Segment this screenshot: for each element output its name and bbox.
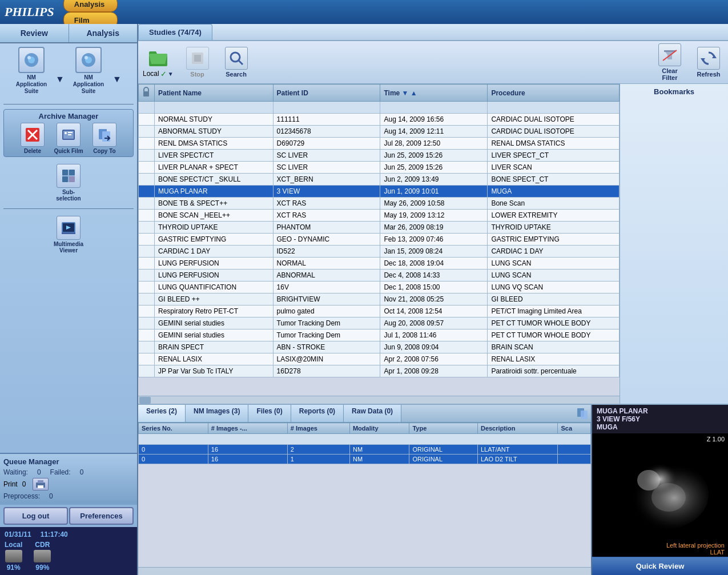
lower-tab-rawdata(0)[interactable]: Raw Data (0) bbox=[344, 405, 401, 422]
series-col-header[interactable]: Type bbox=[409, 423, 477, 434]
lower-tab-series(2)[interactable]: Series (2) bbox=[138, 405, 186, 422]
local-folder-icon bbox=[147, 47, 170, 70]
series-col-header[interactable]: Description bbox=[477, 423, 558, 434]
studies-table: Patient Name Patient ID Time ▼ ▲ Procedu… bbox=[138, 84, 620, 377]
patient-id-header[interactable]: Patient ID bbox=[273, 85, 380, 102]
studies-row[interactable]: ABNORMAL STUDY012345678Aug 14, 2009 12:1… bbox=[139, 126, 620, 138]
studies-row[interactable]: LUNG PERFUSIONABNORMALDec 4, 2008 14:33L… bbox=[139, 270, 620, 282]
sidebar-tab-analysis[interactable]: Analysis bbox=[69, 24, 138, 42]
quick-film-button[interactable]: Quick Film bbox=[53, 123, 85, 154]
multimedia-viewer-icon bbox=[57, 216, 81, 240]
series-table-container[interactable]: Series No.# Images -...# ImagesModalityT… bbox=[138, 423, 591, 567]
study-cell-3: BONE SPECT_CT bbox=[488, 174, 620, 186]
study-cell-0: GEMINI serial studies bbox=[155, 329, 273, 341]
time-header[interactable]: Time ▼ ▲ bbox=[380, 85, 488, 102]
series-row[interactable]: 0161NMORIGINALLAO D2 TILT bbox=[139, 455, 591, 464]
series-col-header[interactable]: # Images bbox=[287, 423, 349, 434]
bookmarks-panel: Bookmarks bbox=[620, 84, 728, 404]
studies-tab[interactable]: Studies (74/74) bbox=[138, 24, 212, 40]
clear-filter-button[interactable]: Clear Filter bbox=[655, 43, 685, 81]
local-folder-item[interactable]: Local ✓ ▼ bbox=[143, 47, 174, 78]
studies-row[interactable]: JP Par Var Sub Tc ITALY16D278Apr 1, 2008… bbox=[139, 365, 620, 377]
series-cell-1: 16 bbox=[208, 455, 287, 464]
studies-row[interactable]: LIVER SPECT/CTSC LIVERJun 25, 2009 15:26… bbox=[139, 150, 620, 162]
refresh-button[interactable]: Refresh bbox=[694, 47, 723, 78]
copy-series-icon[interactable] bbox=[574, 405, 591, 422]
study-cell-2: Oct 14, 2008 12:54 bbox=[380, 305, 488, 317]
series-row[interactable]: 0162NMORIGINALLLAT/ANT bbox=[139, 445, 591, 455]
multimedia-viewer-button[interactable]: Multimedia Viewer bbox=[53, 216, 85, 254]
studies-row[interactable]: GASTRIC EMPTYINGGEO - DYNAMICFeb 13, 200… bbox=[139, 234, 620, 246]
stop-icon bbox=[186, 47, 209, 70]
study-cell-0: NORMAL STUDY bbox=[155, 114, 273, 126]
delete-button[interactable]: Delete bbox=[17, 123, 49, 154]
studies-row[interactable]: GEMINI serial studiesTumor Tracking DemA… bbox=[139, 317, 620, 329]
studies-row[interactable]: RENL DMSA STATICSD690729Jul 28, 2009 12:… bbox=[139, 138, 620, 150]
study-cell-1: ID522 bbox=[273, 246, 380, 258]
preferences-button[interactable]: Preferences bbox=[69, 507, 134, 525]
patient-name-header[interactable]: Patient Name bbox=[155, 85, 273, 102]
dropdown-arrow-area-2[interactable]: ▼ bbox=[111, 47, 123, 95]
quick-review-button[interactable]: Quick Review bbox=[592, 557, 728, 575]
studies-row[interactable]: LIVER PLANAR + SPECTSC LIVERJun 25, 2009… bbox=[139, 162, 620, 174]
search-button[interactable]: Search bbox=[222, 47, 251, 78]
nm-app-suite-1[interactable]: NM Application Suite bbox=[14, 47, 49, 95]
patient-id-filter[interactable] bbox=[277, 103, 377, 111]
lower-tab-nmimages(3)[interactable]: NM Images (3) bbox=[186, 405, 248, 422]
local-dropdown-arrow[interactable]: ▼ bbox=[168, 71, 174, 77]
studies-row[interactable]: MUGA PLANAR3 VIEWJun 1, 2009 10:01MUGA bbox=[139, 186, 620, 198]
studies-row[interactable]: BONE SCAN _HEEL++XCT RASMay 19, 2009 13:… bbox=[139, 210, 620, 222]
studies-table-scroll[interactable]: Patient Name Patient ID Time ▼ ▲ Procedu… bbox=[138, 84, 620, 396]
study-cell-0: BRAIN SPECT bbox=[155, 341, 273, 353]
studies-row[interactable]: BRAIN SPECTABN - STROKEJun 9, 2008 09:04… bbox=[139, 341, 620, 353]
studies-row[interactable]: BONE TB & SPECT++XCT RASMay 26, 2009 10:… bbox=[139, 198, 620, 210]
series-col-header[interactable]: Sca bbox=[558, 423, 591, 434]
lower-tab-files(0)[interactable]: Files (0) bbox=[248, 405, 291, 422]
refresh-icon bbox=[697, 47, 720, 70]
studies-row[interactable]: GI BLEED ++BRIGHTVIEWNov 21, 2008 05:25G… bbox=[139, 293, 620, 305]
series-cell-3: NM bbox=[349, 445, 409, 455]
studies-row[interactable]: NORMAL STUDY111111Aug 14, 2009 16:56CARD… bbox=[139, 114, 620, 126]
lower-tab-reports(0)[interactable]: Reports (0) bbox=[291, 405, 344, 422]
logout-button[interactable]: Log out bbox=[3, 507, 68, 525]
stop-button[interactable]: Stop bbox=[183, 47, 212, 78]
hscroll-thumb[interactable] bbox=[139, 397, 151, 404]
study-cell-3: GASTRIC EMPTYING bbox=[488, 234, 620, 246]
studies-row[interactable]: Respiratory Retro PET-CTpulmo gatedOct 1… bbox=[139, 305, 620, 317]
sidebar-tab-review[interactable]: Review bbox=[0, 24, 69, 42]
series-cell-4: ORIGINAL bbox=[409, 445, 477, 455]
app-suite-icons: NM Application Suite ▼ NM Application Su… bbox=[3, 47, 134, 95]
clear-filter-icon bbox=[658, 43, 681, 66]
nm-app-suite-2[interactable]: NM Application Suite bbox=[71, 47, 106, 95]
procedure-header[interactable]: Procedure bbox=[488, 85, 620, 102]
series-col-header[interactable]: Modality bbox=[349, 423, 409, 434]
series-col-header[interactable]: # Images -... bbox=[208, 423, 287, 434]
studies-hscroll[interactable] bbox=[138, 396, 620, 404]
studies-row[interactable]: BONE SPECT/CT _SKULLXCT_BERNJun 2, 2009 … bbox=[139, 174, 620, 186]
study-cell-1: 16V bbox=[273, 282, 380, 293]
procedure-filter[interactable] bbox=[491, 103, 616, 111]
time-filter[interactable] bbox=[384, 103, 484, 111]
studies-row[interactable]: LUNG PERFUSIONNORMALDec 18, 2008 19:04LU… bbox=[139, 258, 620, 270]
series-hscroll[interactable] bbox=[138, 567, 591, 575]
study-cell-2: May 19, 2009 13:12 bbox=[380, 210, 488, 222]
series-col-header[interactable]: Series No. bbox=[139, 423, 208, 434]
studies-row[interactable]: CARDIAC 1 DAYID522Jan 15, 2009 08:24CARD… bbox=[139, 246, 620, 258]
studies-row[interactable]: GEMINI serial studiesTumor Tracking DemJ… bbox=[139, 329, 620, 341]
nav-tab-analysis[interactable]: Analysis bbox=[63, 0, 118, 12]
copy-to-button[interactable]: Copy To bbox=[89, 123, 120, 154]
studies-row[interactable]: THYROID UPTAKEPHANTOMMar 26, 2009 08:19T… bbox=[139, 222, 620, 234]
search-label: Search bbox=[226, 71, 247, 78]
svg-rect-21 bbox=[69, 176, 75, 182]
studies-row[interactable]: LUNG QUANTIFICATION16VDec 1, 2008 15:00L… bbox=[139, 282, 620, 293]
patient-name-filter[interactable] bbox=[158, 103, 270, 111]
studies-row[interactable]: RENAL LASIXLASIX@20MINApr 2, 2008 07:56R… bbox=[139, 353, 620, 365]
row-lock bbox=[139, 293, 155, 305]
sub-selection-button[interactable]: Sub-selection bbox=[53, 164, 85, 202]
dropdown-arrow-area[interactable]: ▼ bbox=[54, 47, 66, 95]
study-cell-0: GASTRIC EMPTYING bbox=[155, 234, 273, 246]
top-navigation-bar: PHILIPS DirectoryReviewAnalysisFilmRepor… bbox=[0, 0, 728, 24]
lower-tab-spacer bbox=[401, 405, 574, 422]
series-filter[interactable] bbox=[142, 435, 578, 443]
study-cell-2: Dec 18, 2008 19:04 bbox=[380, 258, 488, 270]
